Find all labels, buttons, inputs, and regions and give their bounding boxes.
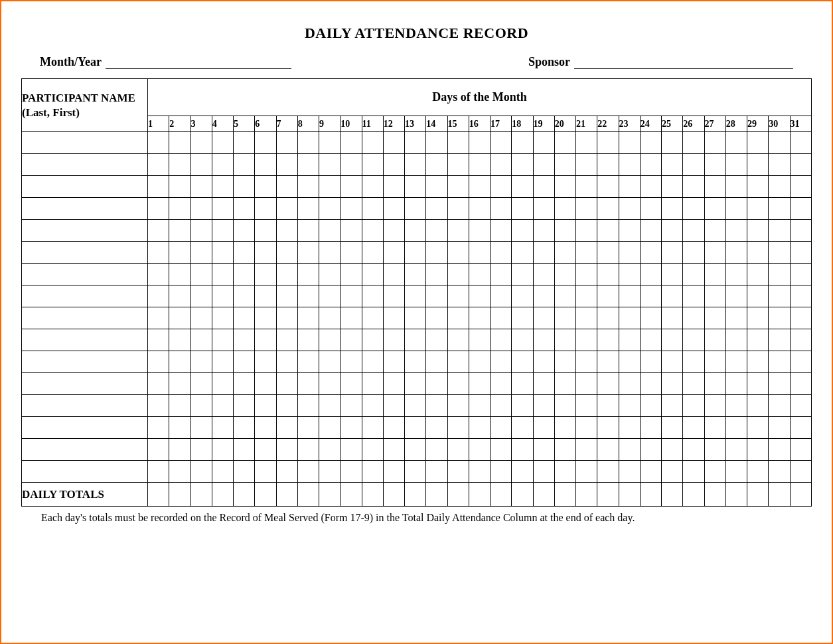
attendance-cell[interactable] [447,198,469,220]
attendance-cell[interactable] [576,285,597,307]
attendance-cell[interactable] [362,439,383,461]
attendance-cell[interactable] [212,439,233,461]
attendance-cell[interactable] [662,132,683,154]
attendance-cell[interactable] [469,329,490,351]
attendance-cell[interactable] [383,307,404,329]
attendance-cell[interactable] [533,220,554,242]
attendance-cell[interactable] [341,154,362,176]
attendance-cell[interactable] [426,307,447,329]
attendance-cell[interactable] [447,154,469,176]
attendance-cell[interactable] [725,373,747,395]
attendance-cell[interactable] [491,176,512,198]
attendance-cell[interactable] [725,329,747,351]
attendance-cell[interactable] [426,132,447,154]
attendance-cell[interactable] [276,176,297,198]
attendance-cell[interactable] [383,198,404,220]
attendance-cell[interactable] [234,417,255,439]
attendance-cell[interactable] [255,285,276,307]
attendance-cell[interactable] [790,439,812,461]
attendance-cell[interactable] [190,154,212,176]
totals-cell[interactable] [619,483,640,507]
attendance-cell[interactable] [491,439,512,461]
attendance-cell[interactable] [148,198,169,220]
attendance-cell[interactable] [341,461,362,483]
attendance-cell[interactable] [662,439,683,461]
attendance-cell[interactable] [640,285,661,307]
attendance-cell[interactable] [383,461,404,483]
attendance-cell[interactable] [747,285,769,307]
attendance-cell[interactable] [619,154,640,176]
attendance-cell[interactable] [319,285,341,307]
totals-cell[interactable] [405,483,426,507]
attendance-cell[interactable] [769,220,790,242]
attendance-cell[interactable] [255,264,276,285]
attendance-cell[interactable] [341,395,362,417]
attendance-cell[interactable] [319,461,341,483]
totals-cell[interactable] [747,483,769,507]
participant-name-cell[interactable] [22,198,148,220]
attendance-cell[interactable] [512,307,533,329]
attendance-cell[interactable] [790,417,812,439]
attendance-cell[interactable] [469,198,490,220]
attendance-cell[interactable] [426,176,447,198]
attendance-cell[interactable] [597,198,619,220]
attendance-cell[interactable] [190,285,212,307]
attendance-cell[interactable] [297,395,319,417]
attendance-cell[interactable] [276,220,297,242]
attendance-cell[interactable] [747,417,769,439]
attendance-cell[interactable] [640,154,661,176]
attendance-cell[interactable] [747,154,769,176]
attendance-cell[interactable] [148,176,169,198]
participant-name-cell[interactable] [22,220,148,242]
attendance-cell[interactable] [790,351,812,373]
attendance-cell[interactable] [769,198,790,220]
attendance-cell[interactable] [447,351,469,373]
attendance-cell[interactable] [169,176,190,198]
attendance-cell[interactable] [148,154,169,176]
totals-cell[interactable] [255,483,276,507]
attendance-cell[interactable] [341,242,362,264]
attendance-cell[interactable] [148,264,169,285]
attendance-cell[interactable] [234,351,255,373]
attendance-cell[interactable] [704,264,725,285]
participant-name-cell[interactable] [22,417,148,439]
attendance-cell[interactable] [276,417,297,439]
attendance-cell[interactable] [683,132,704,154]
attendance-cell[interactable] [491,307,512,329]
attendance-cell[interactable] [319,154,341,176]
attendance-cell[interactable] [148,242,169,264]
attendance-cell[interactable] [725,351,747,373]
attendance-cell[interactable] [554,439,575,461]
attendance-cell[interactable] [319,439,341,461]
attendance-cell[interactable] [533,132,554,154]
attendance-cell[interactable] [491,154,512,176]
attendance-cell[interactable] [491,461,512,483]
attendance-cell[interactable] [725,154,747,176]
attendance-cell[interactable] [190,395,212,417]
attendance-cell[interactable] [234,176,255,198]
attendance-cell[interactable] [554,329,575,351]
attendance-cell[interactable] [212,242,233,264]
totals-cell[interactable] [491,483,512,507]
attendance-cell[interactable] [405,154,426,176]
attendance-cell[interactable] [576,220,597,242]
attendance-cell[interactable] [512,198,533,220]
attendance-cell[interactable] [362,132,383,154]
attendance-cell[interactable] [704,154,725,176]
attendance-cell[interactable] [426,242,447,264]
participant-name-cell[interactable] [22,176,148,198]
attendance-cell[interactable] [597,285,619,307]
attendance-cell[interactable] [769,395,790,417]
attendance-cell[interactable] [383,395,404,417]
attendance-cell[interactable] [662,395,683,417]
attendance-cell[interactable] [405,198,426,220]
attendance-cell[interactable] [190,373,212,395]
attendance-cell[interactable] [255,132,276,154]
attendance-cell[interactable] [554,198,575,220]
attendance-cell[interactable] [212,220,233,242]
attendance-cell[interactable] [148,220,169,242]
totals-cell[interactable] [469,483,490,507]
attendance-cell[interactable] [747,395,769,417]
attendance-cell[interactable] [297,154,319,176]
attendance-cell[interactable] [341,351,362,373]
